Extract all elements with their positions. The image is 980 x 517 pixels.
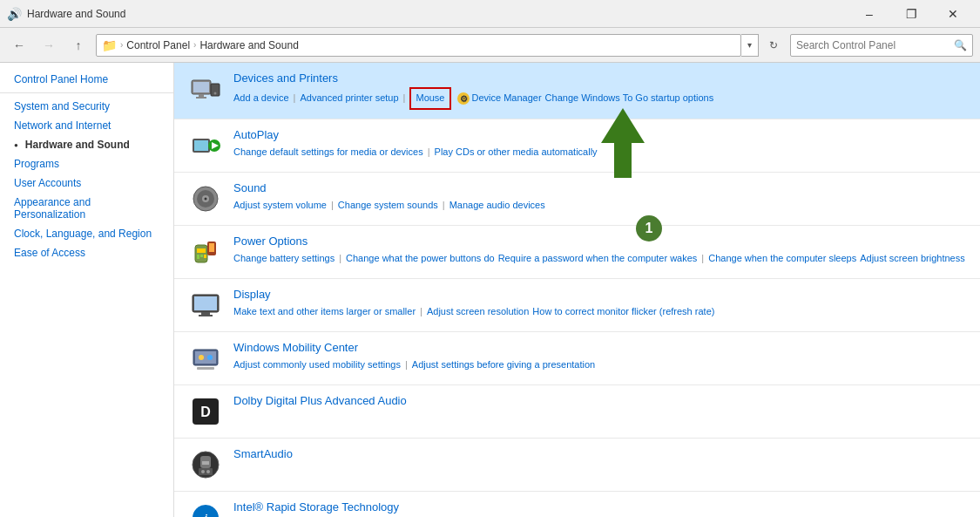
section-devices-content: Devices and Printers Add a device | Adva… [233, 71, 966, 110]
back-button[interactable]: ← [7, 33, 31, 58]
svg-rect-18 [197, 248, 206, 253]
title-bar: 🔊 Hardware and Sound – ❐ ✕ [0, 0, 980, 28]
title-bar-controls: – ❐ ✕ [849, 0, 973, 28]
display-flicker-link[interactable]: How to correct monitor flicker (refresh … [532, 303, 714, 321]
sound-sounds-link[interactable]: Change system sounds [338, 197, 438, 214]
section-smartaudio-content: SmartAudio [233, 447, 966, 463]
mobility-settings-link[interactable]: Adjust commonly used mobility settings [233, 357, 401, 374]
address-path: 📁 › Control Panel › Hardware and Sound [96, 34, 741, 57]
sidebar-item-home[interactable]: Control Panel Home [0, 70, 173, 89]
svg-rect-10 [194, 140, 208, 151]
win-to-go-link[interactable]: Change Windows To Go startup options [545, 90, 714, 107]
icon-dolby: D [188, 394, 223, 429]
sidebar-item-user[interactable]: User Accounts [0, 173, 173, 193]
power-brightness-link[interactable]: Adjust screen brightness [860, 250, 964, 268]
intel-title[interactable]: Intel® Rapid Storage Technology [233, 500, 966, 514]
content-area: 1 Devices and Printers Add a device | [174, 63, 980, 517]
sidebar-item-appearance[interactable]: Appearance and Personalization [0, 193, 173, 224]
svg-text:i: i [204, 512, 207, 517]
close-button[interactable]: ✕ [933, 0, 973, 28]
icon-smartaudio [188, 447, 223, 482]
section-smartaudio: SmartAudio [174, 439, 980, 492]
svg-point-16 [205, 197, 207, 200]
section-dolby: D Dolby Digital Plus Advanced Audio [174, 385, 980, 439]
sidebar-item-system[interactable]: System and Security [0, 97, 173, 116]
svg-rect-26 [201, 312, 210, 315]
power-sleep-link[interactable]: Change when the computer sleeps [708, 250, 856, 268]
svg-rect-30 [197, 367, 214, 370]
folder-icon: 📁 [102, 38, 117, 52]
devices-title[interactable]: Devices and Printers [233, 71, 966, 85]
sidebar-item-programs[interactable]: Programs [0, 154, 173, 173]
section-mobility-content: Windows Mobility Center Adjust commonly … [233, 341, 966, 374]
sound-volume-link[interactable]: Adjust system volume [233, 197, 327, 214]
mobility-title[interactable]: Windows Mobility Center [233, 341, 966, 354]
address-chevron[interactable]: ▾ [741, 34, 759, 57]
autoplay-default-link[interactable]: Change default settings for media or dev… [233, 144, 423, 161]
section-sound-content: Sound Adjust system volume | Change syst… [233, 181, 966, 214]
power-title[interactable]: Power Options [233, 235, 966, 248]
section-sound: Sound Adjust system volume | Change syst… [174, 173, 980, 226]
forward-button[interactable]: → [37, 33, 61, 58]
icon-mobility [188, 341, 223, 376]
mouse-link[interactable]: Mouse [409, 87, 450, 110]
add-device-link[interactable]: Add a device [233, 90, 289, 107]
dolby-title[interactable]: Dolby Digital Plus Advanced Audio [233, 394, 966, 407]
printer-setup-link[interactable]: Advanced printer setup [300, 90, 398, 107]
section-display-content: Display Make text and other items larger… [233, 288, 966, 321]
breadcrumb-control-panel[interactable]: Control Panel [126, 39, 190, 51]
power-buttons-link[interactable]: Change what the power buttons do [346, 250, 495, 268]
icon-intel: i [188, 500, 223, 517]
svg-rect-37 [199, 468, 213, 475]
sidebar-item-network[interactable]: Network and Internet [0, 116, 173, 135]
title-bar-left: 🔊 Hardware and Sound [7, 7, 125, 21]
svg-text:⚙: ⚙ [459, 94, 467, 104]
svg-rect-25 [194, 296, 217, 310]
power-password-link[interactable]: Require a password when the computer wak… [498, 250, 698, 268]
refresh-button[interactable]: ↻ [762, 34, 785, 57]
svg-rect-29 [195, 351, 216, 364]
svg-point-31 [199, 355, 204, 360]
sidebar-item-ease[interactable]: Ease of Access [0, 243, 173, 262]
autoplay-title[interactable]: AutoPlay [233, 128, 966, 141]
display-size-link[interactable]: Make text and other items larger or smal… [233, 303, 416, 321]
svg-rect-21 [204, 255, 206, 258]
up-button[interactable]: ↑ [66, 33, 91, 58]
autoplay-links: Change default settings for media or dev… [233, 144, 966, 161]
display-links: Make text and other items larger or smal… [233, 303, 966, 321]
sound-manage-link[interactable]: Manage audio devices [449, 197, 545, 214]
svg-rect-2 [193, 82, 209, 92]
svg-rect-27 [199, 315, 213, 316]
device-manager-link[interactable]: Device Manager [472, 90, 542, 107]
icon-display [188, 288, 223, 323]
section-display: Display Make text and other items larger… [174, 279, 980, 332]
minimize-button[interactable]: – [849, 0, 889, 28]
svg-rect-3 [199, 94, 204, 97]
display-res-link[interactable]: Adjust screen resolution [427, 303, 529, 321]
smartaudio-title[interactable]: SmartAudio [233, 447, 966, 460]
sidebar-item-clock[interactable]: Clock, Language, and Region [0, 224, 173, 243]
sidebar-item-hardware: Hardware and Sound [0, 135, 173, 154]
svg-text:D: D [200, 405, 211, 419]
svg-point-39 [206, 470, 210, 473]
svg-rect-4 [196, 97, 206, 99]
window-icon: 🔊 [7, 7, 22, 21]
search-input[interactable] [796, 39, 950, 51]
svg-rect-40 [202, 461, 209, 465]
sound-title[interactable]: Sound [233, 181, 966, 194]
svg-rect-23 [209, 243, 214, 252]
autoplay-play-link[interactable]: Play CDs or other media automatically [435, 144, 598, 161]
display-title[interactable]: Display [233, 288, 966, 301]
svg-rect-20 [200, 255, 203, 257]
icon-autoplay [188, 128, 223, 163]
mobility-present-link[interactable]: Adjust settings before giving a presenta… [412, 357, 595, 374]
power-battery-link[interactable]: Change battery settings [233, 250, 335, 268]
section-autoplay: AutoPlay Change default settings for med… [174, 119, 980, 173]
search-icon: 🔍 [954, 39, 967, 51]
sound-links: Adjust system volume | Change system sou… [233, 197, 966, 214]
section-power: Power Options Change battery settings | … [174, 226, 980, 279]
restore-button[interactable]: ❐ [891, 0, 931, 28]
section-intel: i Intel® Rapid Storage Technology [174, 492, 980, 517]
svg-point-38 [201, 470, 205, 473]
svg-rect-17 [195, 245, 207, 262]
